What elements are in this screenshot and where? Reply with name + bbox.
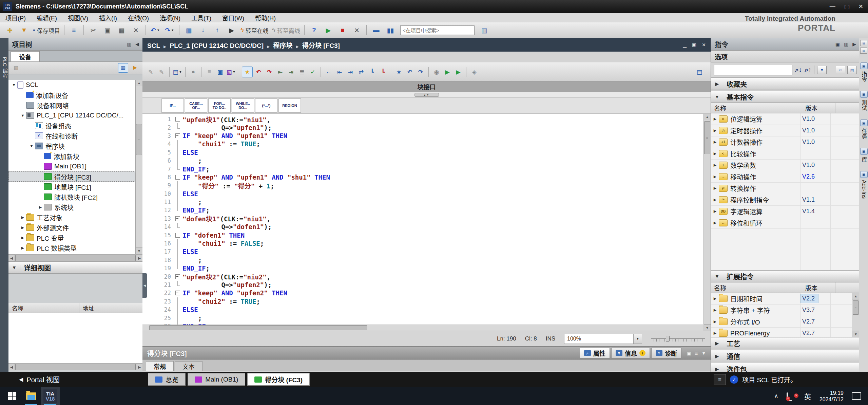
collapsed-arrow-icon[interactable]: ▶ [711,151,719,156]
collapsed-arrow-icon[interactable]: ▶ [20,215,25,220]
breadcrumb-item[interactable]: SCL [147,42,160,49]
collapsed-arrow-icon[interactable]: ▶ [711,117,719,121]
instruction-row[interactable]: ▶→移动操作V2.6 [711,171,860,183]
instruction-row[interactable]: ▶⇄转换操作 [711,183,860,194]
continue-trace-icon[interactable]: ▶ [453,67,463,77]
tree-scroll-thumb[interactable]: ≡ [136,124,142,155]
column-name[interactable]: 名称 [711,282,803,293]
code-line[interactable]: 25 ; [142,314,703,322]
instruction-row[interactable]: ▶PROFIenergyV2.7 [711,328,860,337]
editor-button-总览[interactable]: 总览 [148,373,186,386]
cross-reference-icon[interactable]: ✕ [350,24,364,36]
column-version[interactable]: 版本 [803,282,835,293]
start-trace-icon[interactable]: ▶ [442,67,452,77]
instruction-row[interactable]: ▶±数学函数V1.0 [711,160,860,171]
float-panel-icon[interactable]: ▣ [835,41,840,47]
instruction-version[interactable]: V2.6 [802,173,815,180]
instruction-row[interactable]: ▶字符串 + 字符V3.7 [711,305,860,316]
detail-view-header[interactable]: ▼ 详细视图 [8,261,142,274]
splitter-grip[interactable]: ▲▼ [414,93,439,97]
fold-gutter[interactable] [174,215,182,223]
collapsed-arrow-icon[interactable]: ▶ [711,174,719,179]
open-project-icon[interactable]: ▼ [17,24,31,36]
code-line[interactable]: 23 "chui2" := TRUE; [142,297,703,306]
code-line[interactable]: 19END_IF; [142,264,703,272]
expanded-arrow-icon[interactable]: ▼ [20,113,25,117]
compile-icon[interactable]: ▥ [182,24,196,36]
side-tab-任务[interactable]: ▣任务 [859,119,868,139]
start-runtime-icon[interactable]: ▶ [225,24,238,36]
snippet-button[interactable]: FOR...TO DO.. [208,98,231,113]
detail-column-address[interactable]: 地址 [79,304,94,312]
column-version[interactable]: 版本 [803,103,835,113]
fold-gutter[interactable] [174,115,182,123]
side-tab-库[interactable]: ▣库 [859,148,868,162]
tree-item[interactable]: ▶系统块 [8,202,142,212]
code-line[interactable]: 2 Q=>"upfen1"); [142,123,703,131]
unfold-region-icon[interactable]: ┗ [378,67,388,77]
snippet-button[interactable]: (*...*) [255,98,277,113]
menu-item[interactable]: 编辑(E) [31,13,62,22]
scroll-down-icon[interactable]: ▼ [852,331,860,337]
project-library-icon[interactable]: ▥ [478,24,491,36]
filter-profile-icon[interactable]: ▼ [817,66,827,74]
memory-card-icon[interactable]: ≣ [714,374,726,385]
fold-gutter[interactable] [174,272,182,280]
section-basic-instructions[interactable]: ▼ 基本指令 [711,91,860,103]
collapsed-arrow-icon[interactable]: ▶ [711,209,719,214]
code-line[interactable]: 3IF "keep" AND "upfen1" THEN [142,132,703,140]
split-vertical-icon[interactable]: ▮▮ [384,24,397,36]
menu-item[interactable]: 视图(V) [62,13,94,22]
scroll-right-icon[interactable]: ▶ [136,255,142,261]
split-horizontal-icon[interactable]: ▬ [369,24,383,36]
section-technology[interactable]: ▶ 工艺 [711,337,860,349]
instruction-row[interactable]: ▶⊣⊢位逻辑运算V1.0 [711,113,860,125]
indent-icon[interactable]: ⇥ [345,67,355,77]
editor-button-Main (OB1)[interactable]: Main (OB1) [188,373,245,386]
side-tab-Add-Ins[interactable]: ▣Add-Ins [859,171,868,199]
outdent-icon[interactable]: ⇤ [334,67,345,77]
tree-item[interactable]: ▼PLC_1 [CPU 1214C DC/DC/... [8,110,142,121]
tree-item[interactable]: ▼SCL [8,80,142,90]
tree-item[interactable]: ▶工艺对象 [8,212,142,222]
next-error-icon[interactable]: ↷ [264,67,274,77]
tree-item[interactable]: Main [OB1] [8,161,142,171]
code-line[interactable]: 13"dofen块1"(CLK:="niu1", [142,215,703,223]
instruction-row[interactable]: ▶↔移位和循环 [711,217,860,229]
fold-collapse-icon[interactable] [175,133,180,138]
start-simulation-icon[interactable]: ▶ [322,24,335,36]
network-view-icon[interactable]: ▣ [215,67,225,77]
breadcrumb-item[interactable]: 程序块 [273,42,293,49]
collapsed-arrow-icon[interactable]: ▶ [711,319,719,324]
new-favorite-icon[interactable]: ★ [394,67,404,77]
instruction-row[interactable]: ▶DB字逻辑运算V1.4 [711,206,860,217]
zoom-select[interactable]: 100% ▼ [564,334,642,344]
collapsed-arrow-icon[interactable]: ▶ [711,198,719,202]
menu-item[interactable]: 帮助(H) [250,13,281,22]
paste-icon[interactable]: ▦ [115,24,129,36]
tree-item[interactable]: ▶PLC 数据类型 [8,243,142,253]
tree-item[interactable]: 随机数块 [FC2] [8,192,142,202]
instruction-row[interactable]: ▶◷定时器操作V1.0 [711,125,860,136]
code-line[interactable]: 9 "得分" := "得分" + 1; [142,181,703,189]
upload-from-device-icon[interactable]: ↑ [211,24,224,36]
collapsed-arrow-icon[interactable]: ▶ [38,205,43,209]
snippet-button[interactable]: CASE...OF... [185,98,207,113]
navigate-back-icon[interactable]: ← [324,67,334,77]
scroll-down-icon[interactable]: ▼ [704,324,711,331]
network-status-icon[interactable]: ✕ [787,393,788,399]
code-editor[interactable]: 1"upfen块1"(CLK:="niu1",2 Q=>"upfen1");3I… [142,114,711,331]
search-down-icon[interactable]: ⌕↓ [795,66,802,74]
snippet-button[interactable]: WHILE..DO... [232,98,254,113]
details-view-toggle-icon[interactable]: ▦ [118,63,128,73]
start-button[interactable] [3,387,22,405]
scroll-left-icon[interactable]: ◀ [8,364,15,370]
code-line[interactable]: 10ELSE [142,190,703,198]
ext-scroll-thumb[interactable]: ≡ [853,300,859,315]
zoom-slider-thumb[interactable] [666,336,670,342]
new-project-icon[interactable]: ✚ [3,24,17,36]
stop-simulation-icon[interactable]: ■ [336,24,349,36]
previous-error-icon[interactable]: ↶ [253,67,264,77]
float-inspector-icon[interactable]: ▣ [687,351,691,356]
tray-expand-icon[interactable]: ∧ [774,392,778,400]
